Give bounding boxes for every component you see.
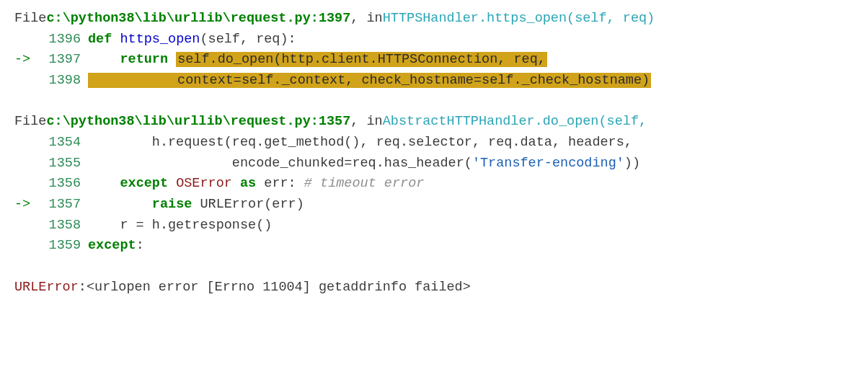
keyword-return: return <box>120 52 168 67</box>
line-number: 1398 <box>39 71 88 92</box>
line-number: 1396 <box>39 30 88 50</box>
comment: # timeout error <box>304 176 425 191</box>
line-number: 1356 <box>39 174 88 195</box>
code-line-current: ->1357 raise URLError(err) <box>14 195 854 216</box>
keyword-def: def <box>88 32 112 47</box>
code-line: 1398 context=self._context, check_hostna… <box>14 71 854 92</box>
arrow-gutter: -> <box>14 195 39 216</box>
code-content: r = h.getresponse() <box>88 216 272 236</box>
file-path: c:\python38\lib\urllib\request.py:1397 <box>46 9 350 30</box>
code-line: 1359except: <box>14 236 854 257</box>
line-number: 1359 <box>39 236 88 257</box>
blank-line <box>14 257 854 278</box>
file-path: c:\python38\lib\urllib\request.py:1357 <box>46 112 350 133</box>
code-content: return self.do_open(http.client.HTTPSCon… <box>88 50 547 71</box>
code-content: encode_chunked=req.has_header('Transfer-… <box>88 154 640 174</box>
arrow-gutter <box>14 133 39 154</box>
arrow-gutter: -> <box>14 50 39 71</box>
file-label: File <box>14 112 46 133</box>
traceback-frame-header: File c:\python38\lib\urllib\request.py:1… <box>14 112 854 133</box>
code-line: 1396def https_open(self, req): <box>14 30 854 50</box>
arrow-gutter <box>14 154 39 174</box>
error-name: URLError <box>14 278 79 298</box>
in-label: , in <box>350 9 382 30</box>
arrow-gutter <box>14 30 39 50</box>
frame-signature: (self, <box>598 112 647 133</box>
line-number: 1354 <box>39 133 88 154</box>
error-line: URLError: <urlopen error [Errno 11004] g… <box>14 278 854 298</box>
arrow-gutter <box>14 216 39 236</box>
params: (self, req): <box>200 32 296 47</box>
code-content: context=self._context, check_hostname=se… <box>88 71 651 92</box>
arrow-gutter <box>14 236 39 257</box>
code-content: except: <box>88 236 144 257</box>
code-line-current: ->1397 return self.do_open(http.client.H… <box>14 50 854 71</box>
error-message: <urlopen error [Errno 11004] getaddrinfo… <box>87 278 471 298</box>
keyword-except: except <box>120 176 168 191</box>
traceback-frame-header: File c:\python38\lib\urllib\request.py:1… <box>14 9 854 30</box>
frame-function: HTTPSHandler.https_open <box>383 9 567 30</box>
line-number: 1358 <box>39 216 88 236</box>
code-content: except OSError as err: # timeout error <box>88 174 424 195</box>
in-label: , in <box>350 112 382 133</box>
line-number: 1397 <box>39 50 88 71</box>
line-number: 1355 <box>39 154 88 174</box>
code-content: raise URLError(err) <box>88 195 304 216</box>
error-sep: : <box>79 278 87 298</box>
file-label: File <box>14 9 46 30</box>
line-number: 1357 <box>39 195 88 216</box>
frame-signature: (self, req) <box>567 9 655 30</box>
code-line: 1356 except OSError as err: # timeout er… <box>14 174 854 195</box>
highlighted-code: self.do_open(http.client.HTTPSConnection… <box>176 52 547 67</box>
code-line: 1358 r = h.getresponse() <box>14 216 854 236</box>
arrow-gutter <box>14 71 39 92</box>
code-line: 1354 h.request(req.get_method(), req.sel… <box>14 133 854 154</box>
exception-type: OSError <box>176 176 232 191</box>
code-line: 1355 encode_chunked=req.has_header('Tran… <box>14 154 854 174</box>
frame-function: AbstractHTTPHandler.do_open <box>383 112 599 133</box>
string-literal: 'Transfer-encoding' <box>472 156 624 171</box>
highlighted-code: context=self._context, check_hostname=se… <box>88 73 651 88</box>
function-name: https_open <box>120 32 200 47</box>
keyword-raise: raise <box>152 197 192 212</box>
code-content: h.request(req.get_method(), req.selector… <box>88 133 632 154</box>
keyword-except: except <box>88 238 136 253</box>
keyword-as: as <box>240 176 256 191</box>
arrow-gutter <box>14 174 39 195</box>
code-content: def https_open(self, req): <box>88 30 296 50</box>
blank-line <box>14 92 854 112</box>
